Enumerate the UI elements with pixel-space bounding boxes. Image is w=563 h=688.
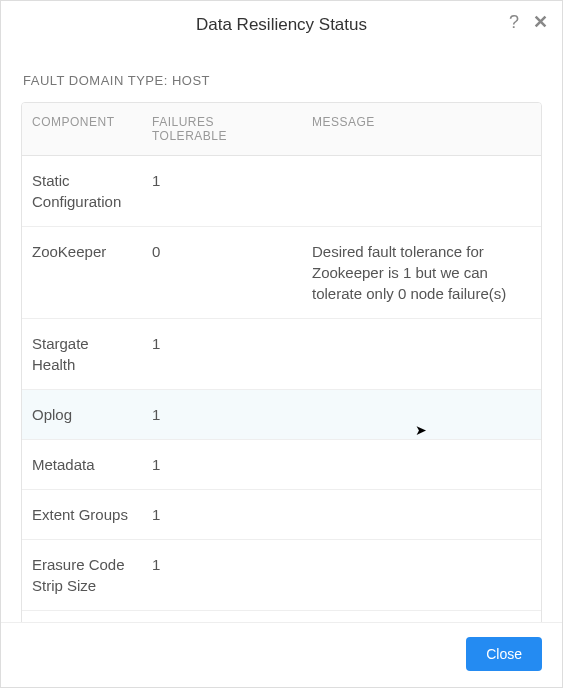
header-icons: ? ✕ xyxy=(509,13,548,31)
table-row: ZooKeeper 0 Desired fault tolerance for … xyxy=(22,227,541,319)
close-icon[interactable]: ✕ xyxy=(533,13,548,31)
cell-failures: 0 xyxy=(142,227,302,276)
dialog-header: Data Resiliency Status ? ✕ xyxy=(1,1,562,53)
fault-domain-label: FAULT DOMAIN TYPE: HOST xyxy=(21,53,542,102)
resiliency-dialog: Data Resiliency Status ? ✕ FAULT DOMAIN … xyxy=(0,0,563,688)
table-body: Static Configuration 1 ZooKeeper 0 Desir… xyxy=(22,156,541,622)
cell-component: Free Space xyxy=(22,611,142,622)
cell-message xyxy=(302,156,541,184)
table-row: Free Space 1 xyxy=(22,611,541,622)
cell-failures: 1 xyxy=(142,540,302,589)
cell-message xyxy=(302,319,541,347)
cell-failures: 1 xyxy=(142,319,302,368)
table-row: Extent Groups 1 xyxy=(22,490,541,540)
table-row: Erasure Code Strip Size 1 xyxy=(22,540,541,611)
cell-message: Desired fault tolerance for Zookeeper is… xyxy=(302,227,541,318)
col-header-component: COMPONENT xyxy=(22,103,142,155)
table-row: Oplog 1 xyxy=(22,390,541,440)
cell-component: Extent Groups xyxy=(22,490,142,539)
cell-component: Stargate Health xyxy=(22,319,142,389)
help-icon[interactable]: ? xyxy=(509,13,519,31)
table-row: Static Configuration 1 xyxy=(22,156,541,227)
cell-failures: 1 xyxy=(142,390,302,439)
cell-message xyxy=(302,390,541,418)
close-button[interactable]: Close xyxy=(466,637,542,671)
dialog-content: FAULT DOMAIN TYPE: HOST COMPONENT FAILUR… xyxy=(1,53,562,622)
cell-component: Erasure Code Strip Size xyxy=(22,540,142,610)
col-header-message: MESSAGE xyxy=(302,103,541,155)
cell-component: Oplog xyxy=(22,390,142,439)
dialog-footer: Close xyxy=(1,622,562,687)
dialog-title: Data Resiliency Status xyxy=(196,15,367,35)
cell-failures: 1 xyxy=(142,440,302,489)
table-row: Metadata 1 xyxy=(22,440,541,490)
table-row: Stargate Health 1 xyxy=(22,319,541,390)
cell-message xyxy=(302,540,541,568)
cell-message xyxy=(302,440,541,468)
cell-failures: 1 xyxy=(142,611,302,622)
col-header-failures: FAILURES TOLERABLE xyxy=(142,103,302,155)
resiliency-table: COMPONENT FAILURES TOLERABLE MESSAGE Sta… xyxy=(21,102,542,622)
cell-message xyxy=(302,611,541,622)
cell-failures: 1 xyxy=(142,490,302,539)
cell-component: ZooKeeper xyxy=(22,227,142,276)
cell-component: Static Configuration xyxy=(22,156,142,226)
cell-message xyxy=(302,490,541,518)
table-header: COMPONENT FAILURES TOLERABLE MESSAGE xyxy=(22,103,541,156)
cell-failures: 1 xyxy=(142,156,302,205)
cell-component: Metadata xyxy=(22,440,142,489)
